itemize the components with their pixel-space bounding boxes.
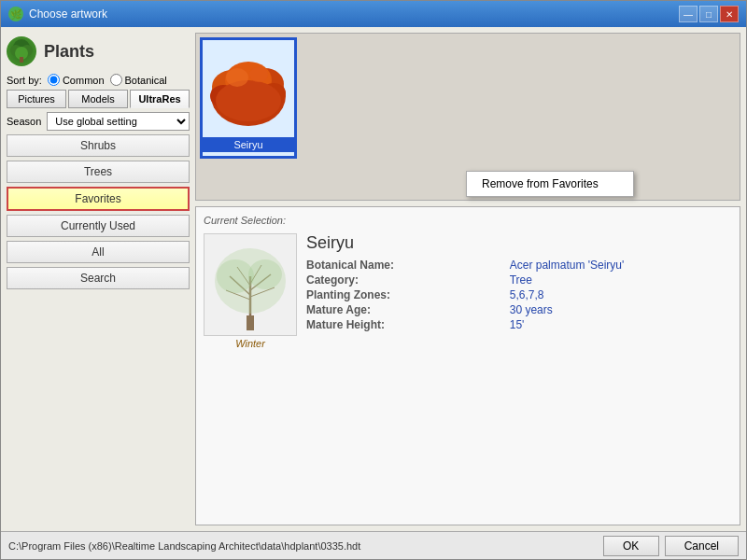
window-title: Choose artwork [29,7,107,21]
season-select[interactable]: Use global setting Spring Summer Fall Wi… [47,112,190,131]
category-all[interactable]: All [7,241,190,263]
panel-title: Plants [44,42,94,62]
svg-point-24 [248,259,282,289]
cancel-button[interactable]: Cancel [665,536,739,556]
info-panel: Current Selection: [195,206,740,525]
info-content: Winter Seiryu Botanical Name:Acer palmat… [204,233,732,349]
info-field-value: Tree [510,273,732,287]
season-row: Season Use global setting Spring Summer … [7,112,190,131]
svg-rect-4 [20,57,23,63]
info-field-key: Category: [306,273,502,287]
tab-pictures[interactable]: Pictures [7,90,66,108]
info-name: Seiryu [306,233,732,253]
window-body: Plants Sort by: Common Botanical Picture… [1,27,746,531]
info-field-value: 30 years [510,303,732,316]
info-field-value: 5,6,7,8 [510,288,732,301]
view-tabs: Pictures Models UltraRes [7,90,190,108]
info-field-value: Acer palmatum 'Seiryu' [510,259,732,272]
file-path: C:\Program Files (x86)\Realtime Landscap… [8,540,360,552]
sort-common-radio[interactable]: Common [48,74,105,86]
title-bar: 🌿 Choose artwork — □ ✕ [1,1,746,27]
sort-by-label: Sort by: [7,75,42,86]
right-panel: Seiryu Remove from Favorites Current Sel… [195,33,740,525]
category-shrubs[interactable]: Shrubs [7,134,190,157]
maximize-button[interactable]: □ [699,6,718,22]
info-details: Seiryu Botanical Name:Acer palmatum 'Sei… [306,233,732,349]
svg-point-12 [226,68,248,87]
context-remove-favorites[interactable]: Remove from Favorites [467,174,633,194]
thumbnail-label: Seiryu [203,137,294,152]
thumbnail-seiryu[interactable]: Seiryu [200,37,297,159]
category-trees[interactable]: Trees [7,161,190,183]
info-thumb [204,233,297,336]
main-window: 🌿 Choose artwork — □ ✕ [0,0,747,560]
category-favorites[interactable]: Favorites [7,187,190,211]
info-thumb-image [204,245,296,335]
plant-icon [7,36,36,66]
svg-point-23 [217,259,254,293]
info-thumb-wrapper: Winter [204,233,297,349]
category-currently-used[interactable]: Currently Used [7,215,190,237]
bottom-bar: C:\Program Files (x86)\Realtime Landscap… [1,531,746,559]
bottom-buttons: OK Cancel [603,536,739,556]
info-panel-label: Current Selection: [204,215,732,226]
close-button[interactable]: ✕ [720,6,739,22]
info-field-key: Mature Age: [306,303,502,316]
sort-row: Sort by: Common Botanical [7,74,190,86]
svg-rect-14 [247,315,254,330]
window-icon: 🌿 [8,7,23,21]
info-thumb-season: Winter [235,338,265,349]
info-table: Botanical Name:Acer palmatum 'Seiryu'Cat… [306,259,732,331]
info-field-value: 15' [510,318,732,331]
svg-point-13 [249,67,268,82]
svg-point-11 [216,80,281,121]
season-label: Season [7,116,41,127]
title-controls: — □ ✕ [679,6,739,22]
sort-botanical-radio[interactable]: Botanical [110,74,167,86]
thumbnail-image [202,40,295,137]
info-field-key: Mature Height: [306,318,502,331]
title-bar-left: 🌿 Choose artwork [8,7,107,21]
info-field-key: Botanical Name: [306,259,502,272]
category-search[interactable]: Search [7,267,190,289]
minimize-button[interactable]: — [679,6,698,22]
panel-header: Plants [7,33,190,70]
info-field-key: Planting Zones: [306,288,502,301]
tab-ultrares[interactable]: UltraRes [130,90,190,108]
context-menu: Remove from Favorites [466,171,634,197]
left-panel: Plants Sort by: Common Botanical Picture… [7,33,190,525]
ok-button[interactable]: OK [603,536,659,556]
tab-models[interactable]: Models [68,90,128,108]
